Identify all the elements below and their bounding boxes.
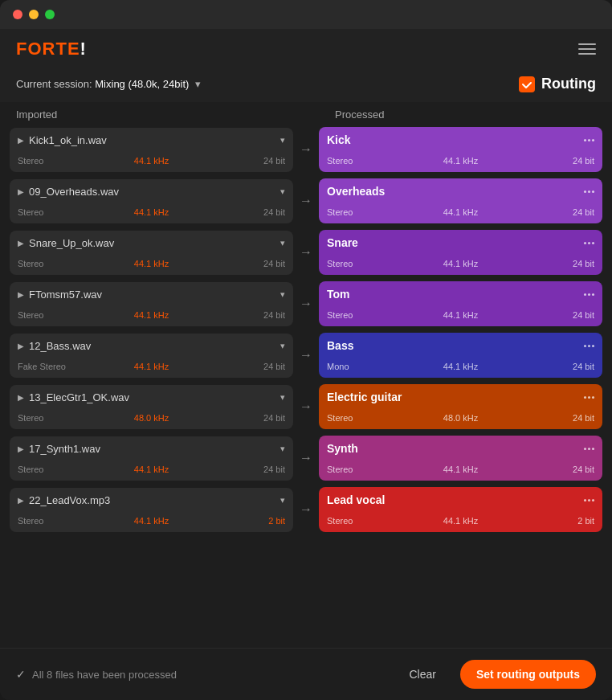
processed-top: Snare: [319, 230, 602, 256]
play-icon: ▶: [18, 342, 24, 350]
dot: [592, 139, 594, 141]
set-routing-button[interactable]: Set routing outputs: [460, 660, 596, 689]
processed-track[interactable]: Snare Stereo 44.1 kHz 24 bit: [319, 230, 602, 275]
track-options-menu[interactable]: [584, 190, 594, 193]
close-button[interactable]: [13, 10, 22, 19]
imported-track-name: 17_Synth1.wav: [29, 443, 100, 455]
processed-khz: 44.1 kHz: [416, 465, 505, 474]
imported-top: ▶ Snare_Up_ok.wav ▾: [10, 231, 293, 256]
dot: [584, 139, 586, 141]
imported-track[interactable]: ▶ 12_Bass.wav ▾ Fake Stereo 44.1 kHz 24 …: [10, 334, 293, 378]
hamburger-line: [578, 48, 596, 50]
clear-button[interactable]: Clear: [393, 660, 451, 689]
dropdown-arrow-icon[interactable]: ▾: [280, 341, 285, 351]
processed-track[interactable]: Overheads Stereo 44.1 kHz 24 bit: [319, 178, 602, 223]
imported-track-name: FTomsm57.wav: [29, 289, 102, 301]
processed-bit: 24 bit: [505, 413, 594, 423]
processed-track[interactable]: Electric guitar Stereo 48.0 kHz 24 bit: [319, 384, 602, 429]
imported-khz: 44.1 kHz: [107, 156, 196, 166]
dot: [588, 190, 590, 193]
imported-meta: Stereo 48.0 kHz 24 bit: [10, 410, 293, 429]
dot: [588, 499, 590, 501]
imported-track[interactable]: ▶ 22_LeadVox.mp3 ▾ Stereo 44.1 kHz 2 bit: [10, 488, 293, 532]
processed-meta: Mono 44.1 kHz 24 bit: [319, 358, 602, 378]
processed-track[interactable]: Bass Mono 44.1 kHz 24 bit: [319, 333, 602, 378]
footer-status: ✓ All 8 files have been processed: [16, 668, 177, 681]
imported-top: ▶ 17_Synth1.wav ▾: [10, 436, 293, 461]
routing-checkbox[interactable]: [519, 76, 535, 92]
header: FORTE!: [0, 29, 612, 69]
imported-track-name: 13_ElecGtr1_OK.wav: [29, 391, 129, 403]
imported-bit: 24 bit: [196, 156, 285, 166]
dropdown-arrow-icon[interactable]: ▾: [280, 135, 285, 145]
processed-bit: 24 bit: [505, 465, 594, 474]
imported-type: Stereo: [18, 156, 107, 166]
routing-arrow-icon: →: [300, 502, 312, 517]
hamburger-menu[interactable]: [578, 43, 596, 55]
imported-bit: 24 bit: [196, 465, 285, 474]
imported-meta: Stereo 44.1 kHz 24 bit: [10, 461, 293, 481]
track-options-menu[interactable]: [584, 396, 594, 399]
imported-top: ▶ 12_Bass.wav ▾: [10, 334, 293, 358]
track-options-menu[interactable]: [584, 293, 594, 296]
session-name[interactable]: Mixing (48.0k, 24bit): [95, 78, 189, 90]
track-options-menu[interactable]: [584, 448, 594, 450]
processed-track-name: Tom: [327, 288, 350, 301]
processed-column-header: Processed: [335, 108, 596, 121]
dropdown-arrow-icon[interactable]: ▾: [280, 186, 285, 197]
processed-track[interactable]: Synth Stereo 44.1 kHz 24 bit: [319, 436, 602, 481]
processed-top: Bass: [319, 333, 602, 358]
imported-track-name: 09_Overheads.wav: [29, 186, 119, 198]
play-icon: ▶: [18, 393, 24, 402]
processed-track[interactable]: Lead vocal Stereo 44.1 kHz 2 bit: [319, 487, 602, 532]
imported-track[interactable]: ▶ 09_Overheads.wav ▾ Stereo 44.1 kHz 24 …: [10, 179, 293, 223]
processed-top: Lead vocal: [319, 487, 602, 513]
minimize-button[interactable]: [29, 10, 39, 19]
processed-khz: 44.1 kHz: [416, 362, 505, 371]
imported-track[interactable]: ▶ Kick1_ok_in.wav ▾ Stereo 44.1 kHz 24 b…: [10, 128, 293, 172]
imported-track[interactable]: ▶ Snare_Up_ok.wav ▾ Stereo 44.1 kHz 24 b…: [10, 231, 293, 275]
routing-arrow-icon: →: [300, 297, 312, 311]
imported-khz: 44.1 kHz: [107, 310, 196, 320]
track-options-menu[interactable]: [584, 345, 594, 347]
imported-khz: 44.1 kHz: [107, 207, 196, 217]
imported-column-header: Imported: [16, 108, 277, 121]
imported-bit: 2 bit: [196, 516, 285, 526]
routing-label: Routing: [541, 76, 596, 92]
imported-track-name: Snare_Up_ok.wav: [29, 237, 114, 249]
dropdown-arrow-icon[interactable]: ▾: [280, 444, 285, 454]
tracks-container: ▶ Kick1_ok_in.wav ▾ Stereo 44.1 kHz 24 b…: [0, 127, 612, 648]
processed-top: Overheads: [319, 178, 602, 204]
imported-track[interactable]: ▶ 13_ElecGtr1_OK.wav ▾ Stereo 48.0 kHz 2…: [10, 385, 293, 429]
processed-meta: Stereo 44.1 kHz 2 bit: [319, 513, 602, 532]
imported-top: ▶ 22_LeadVox.mp3 ▾: [10, 488, 293, 513]
chevron-down-icon[interactable]: ▾: [195, 78, 201, 90]
processed-meta: Stereo 48.0 kHz 24 bit: [319, 410, 602, 429]
imported-type: Stereo: [18, 207, 107, 217]
dropdown-arrow-icon[interactable]: ▾: [280, 495, 285, 506]
imported-track[interactable]: ▶ 17_Synth1.wav ▾ Stereo 44.1 kHz 24 bit: [10, 436, 293, 481]
status-text: All 8 files have been processed: [32, 669, 177, 681]
track-options-menu[interactable]: [584, 139, 594, 141]
track-row: ▶ 09_Overheads.wav ▾ Stereo 44.1 kHz 24 …: [10, 178, 602, 223]
track-options-menu[interactable]: [584, 499, 594, 501]
logo-exclamation: !: [80, 39, 87, 59]
processed-type: Stereo: [327, 516, 416, 526]
dot: [584, 190, 586, 193]
session-prefix: Current session:: [16, 78, 92, 90]
dropdown-arrow-icon[interactable]: ▾: [280, 238, 285, 248]
routing-arrow-icon: →: [300, 245, 312, 260]
imported-top: ▶ 13_ElecGtr1_OK.wav ▾: [10, 385, 293, 410]
processed-khz: 44.1 kHz: [416, 310, 505, 320]
imported-track[interactable]: ▶ FTomsm57.wav ▾ Stereo 44.1 kHz 24 bit: [10, 282, 293, 326]
status-checkmark-icon: ✓: [16, 668, 26, 681]
track-row: ▶ 17_Synth1.wav ▾ Stereo 44.1 kHz 24 bit…: [10, 436, 602, 481]
track-row: ▶ 13_ElecGtr1_OK.wav ▾ Stereo 48.0 kHz 2…: [10, 384, 602, 429]
dropdown-arrow-icon[interactable]: ▾: [280, 289, 285, 300]
dropdown-arrow-icon[interactable]: ▾: [280, 392, 285, 403]
imported-khz: 44.1 kHz: [107, 362, 196, 371]
track-options-menu[interactable]: [584, 242, 594, 244]
processed-track[interactable]: Tom Stereo 44.1 kHz 24 bit: [319, 281, 602, 326]
processed-track[interactable]: Kick Stereo 44.1 kHz 24 bit: [319, 127, 602, 172]
maximize-button[interactable]: [45, 10, 55, 19]
